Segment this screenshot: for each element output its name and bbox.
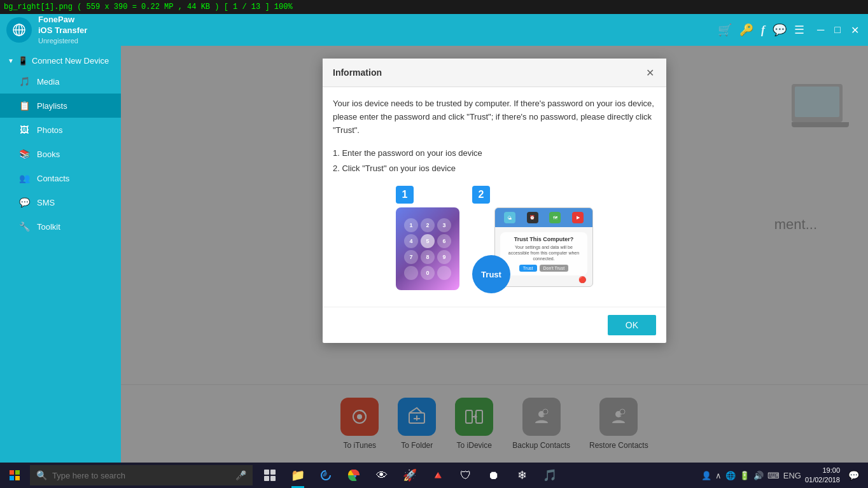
sidebar-item-toolkit[interactable]: 🔧 Toolkit [0, 214, 121, 239]
microphone-icon[interactable]: 🎤 [235, 470, 246, 480]
svg-rect-22 [264, 476, 269, 481]
sidebar: ▼ 📱 Connect New Device 🎵 Media 📋 Playlis… [0, 46, 121, 463]
app-title-area: FonePaw iOS Transfer Unregistered [6, 15, 87, 45]
tray-expand-icon[interactable]: ∧ [715, 471, 722, 480]
app-status: Unregistered [38, 36, 87, 45]
svg-rect-17 [15, 470, 20, 475]
close-button[interactable]: ✕ [848, 23, 862, 38]
search-input[interactable] [52, 471, 230, 480]
key-6: 6 [437, 234, 451, 248]
app-icon-clock: ⏰ [527, 212, 538, 223]
sidebar-item-books[interactable]: 📚 Books [0, 142, 121, 166]
sidebar-item-media[interactable]: 🎵 Media [0, 69, 121, 94]
facebook-icon[interactable]: f [761, 24, 765, 37]
sidebar-item-contacts-label: Contacts [37, 174, 69, 183]
taskbar-vlc[interactable]: 🔺 [424, 463, 451, 488]
dialog-close-button[interactable]: ✕ [643, 66, 656, 79]
dialog-images: 1 1 2 3 4 5 [333, 186, 656, 290]
keypad-row-3: 7 8 9 [404, 250, 451, 264]
app-header: FonePaw iOS Transfer Unregistered 🛒 🔑 f … [0, 14, 868, 46]
dialog-steps: 1. Enter the password on your ios device… [333, 146, 656, 176]
sidebar-item-playlists[interactable]: 📋 Playlists [0, 94, 121, 118]
trust-dialog-inner: Trust This Computer? Your settings and d… [500, 232, 587, 275]
tray-network-icon[interactable]: 🌐 [725, 471, 736, 480]
playlists-icon: 📋 [18, 99, 31, 112]
key-4: 4 [404, 234, 418, 248]
key-icon[interactable]: 🔑 [739, 23, 753, 37]
tray-battery-icon[interactable]: 🔋 [739, 471, 750, 480]
step-1-container: 1 1 2 3 4 5 [396, 186, 459, 290]
taskbar-music[interactable]: 🎵 [536, 463, 563, 488]
app-icon-weather: 🌤 [504, 212, 515, 223]
taskbar-file-explorer[interactable]: 📁 [284, 463, 311, 488]
menu-icon[interactable]: ☰ [794, 23, 804, 37]
info-dialog: Information ✕ Your ios device needs to b… [323, 59, 666, 343]
sms-icon: 💬 [18, 196, 31, 209]
dont-trust-btn[interactable]: Don't Trust [540, 265, 569, 272]
sidebar-item-playlists-label: Playlists [37, 101, 67, 111]
window-controls: ─ □ ✕ [815, 23, 862, 38]
key-1: 1 [404, 218, 418, 232]
key-0: 0 [421, 266, 435, 280]
clock-area[interactable]: 19:00 01/02/2018 [805, 466, 840, 485]
tray-language[interactable]: ENG [783, 471, 801, 480]
svg-rect-16 [10, 470, 14, 475]
key-3: 3 [437, 218, 451, 232]
tray-volume-icon[interactable]: 🔊 [753, 471, 764, 480]
step-2-container: 2 🌤 ⏰ 🗺 ▶ [472, 186, 593, 290]
svg-rect-18 [10, 476, 14, 480]
sidebar-item-sms[interactable]: 💬 SMS [0, 190, 121, 214]
trust-circle[interactable]: Trust [472, 255, 510, 293]
search-bar[interactable]: 🔍 🎤 [30, 465, 253, 485]
app-icon-videos: ▶ [572, 212, 584, 223]
trust-msg: Your settings and data will be accessibl… [504, 244, 584, 261]
main-area: ment... [121, 46, 868, 463]
step-1-num: 1 [396, 186, 414, 204]
keypad-row-4: 0 [404, 266, 451, 280]
taskbar-vpn[interactable]: 🛡 [452, 463, 479, 488]
start-button[interactable] [0, 463, 29, 488]
ok-button[interactable]: OK [608, 315, 656, 335]
sidebar-item-photos[interactable]: 🖼 Photos [0, 118, 121, 142]
notification-button[interactable]: 💬 [844, 463, 863, 488]
app-logo-icon [6, 17, 32, 43]
taskbar-edge[interactable] [312, 463, 339, 488]
taskbar: 🔍 🎤 📁 👁 [0, 463, 868, 488]
title-bar-text: bg_right[1].png ( 559 x 390 = 0.22 MP , … [4, 3, 293, 11]
minimize-button[interactable]: ─ [815, 23, 827, 38]
keypad-row-2: 4 5 6 [404, 234, 451, 248]
key-7: 7 [404, 250, 418, 264]
taskbar-center: 📁 👁 🚀 🔺 🛡 ⏺ ❄ 🎵 [256, 463, 563, 488]
step-2-text: 2. Click "Trust" on your ios device [333, 161, 656, 176]
taskbar-record[interactable]: ⏺ [480, 463, 507, 488]
search-icon: 🔍 [36, 470, 47, 480]
dialog-body: Your ios device needs to be trusted by c… [323, 87, 666, 307]
svg-rect-19 [15, 476, 20, 480]
taskbar-spy[interactable]: 👁 [368, 463, 395, 488]
taskbar-right: 👤 ∧ 🌐 🔋 🔊 ⌨ ENG 19:00 01/02/2018 💬 [696, 463, 868, 488]
cart-icon[interactable]: 🛒 [718, 23, 732, 37]
phone-screen-top: 🌤 ⏰ 🗺 ▶ [495, 208, 592, 227]
chat-icon[interactable]: 💬 [773, 23, 787, 37]
tray-user-icon[interactable]: 👤 [701, 471, 711, 480]
header-icons: 🛒 🔑 f 💬 ☰ [718, 23, 804, 37]
books-icon: 📚 [18, 148, 31, 160]
dialog-header: Information ✕ [323, 59, 666, 87]
maximize-button[interactable]: □ [832, 23, 843, 38]
tray-keyboard-icon[interactable]: ⌨ [767, 471, 780, 480]
step-2-num: 2 [472, 186, 490, 204]
taskbar-chrome[interactable] [340, 463, 367, 488]
step-1-text: 1. Enter the password on your ios device [333, 146, 656, 160]
title-bar: bg_right[1].png ( 559 x 390 = 0.22 MP , … [0, 0, 868, 14]
key-9: 9 [437, 250, 451, 264]
sidebar-item-contacts[interactable]: 👥 Contacts [0, 166, 121, 190]
sidebar-arrow-icon: ▼ [8, 57, 14, 64]
photos-icon: 🖼 [18, 123, 31, 136]
sidebar-section-device: ▼ 📱 Connect New Device [0, 52, 121, 69]
taskbar-snowflake[interactable]: ❄ [508, 463, 535, 488]
sidebar-device-icon: 📱 [18, 56, 28, 66]
taskbar-task-view[interactable] [256, 463, 283, 488]
taskbar-rocket[interactable]: 🚀 [396, 463, 423, 488]
trust-btn[interactable]: Trust [519, 265, 537, 272]
svg-rect-20 [264, 470, 269, 475]
